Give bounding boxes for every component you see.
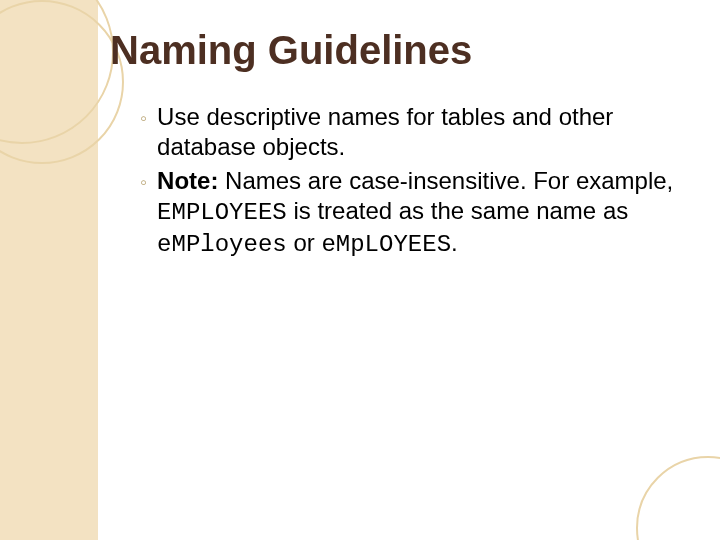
- note-label: Note:: [157, 167, 218, 194]
- bullet-marker: ◦: [140, 170, 147, 195]
- decorative-circle: [636, 456, 720, 540]
- slide-body: ◦ Use descriptive names for tables and o…: [140, 102, 680, 264]
- text-fragment: .: [451, 229, 458, 256]
- text-fragment: Names are case-insensitive. For example,: [218, 167, 673, 194]
- bullet-item: ◦ Use descriptive names for tables and o…: [140, 102, 680, 162]
- text-fragment: is treated as the same name as: [287, 197, 629, 224]
- code-text: eMpLOYEES: [321, 231, 451, 258]
- code-text: eMPloyees: [157, 231, 287, 258]
- bullet-text: Use descriptive names for tables and oth…: [157, 102, 680, 162]
- code-text: EMPLOYEES: [157, 199, 287, 226]
- bullet-text: Note: Names are case-insensitive. For ex…: [157, 166, 680, 260]
- bullet-marker: ◦: [140, 106, 147, 131]
- slide-title: Naming Guidelines: [110, 28, 472, 73]
- bullet-item: ◦ Note: Names are case-insensitive. For …: [140, 166, 680, 260]
- text-fragment: or: [287, 229, 322, 256]
